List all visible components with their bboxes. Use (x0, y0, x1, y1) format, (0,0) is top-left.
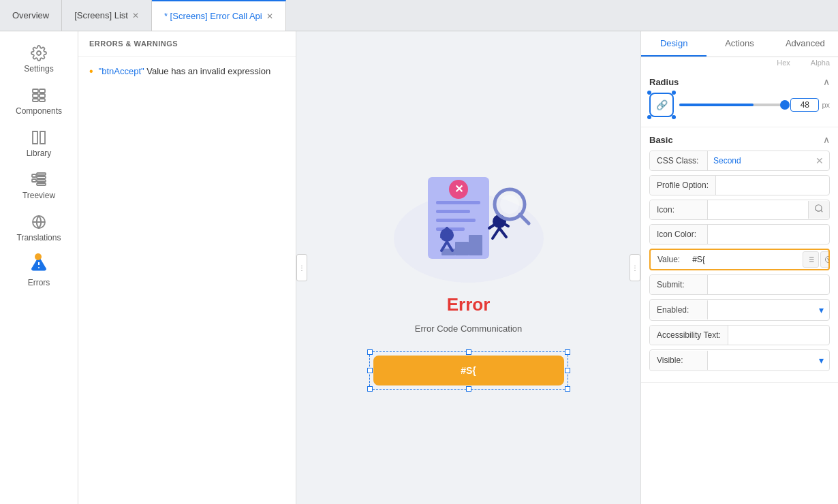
radius-box: 🔗 (649, 93, 674, 117)
tab-screens-list[interactable]: [Screens] List ✕ (62, 0, 152, 31)
value-label: Value: (651, 250, 687, 269)
radius-section-header: Radius ∧ (649, 76, 830, 87)
sidebar-treeview-label: Treeview (22, 191, 55, 200)
right-panel-tabs: Design Actions Advanced (641, 31, 838, 57)
gear-icon (31, 45, 47, 61)
handle-top-right[interactable] (565, 349, 570, 355)
value-input[interactable] (687, 250, 800, 269)
accept-button[interactable]: #S{ (373, 356, 564, 385)
svg-rect-12 (32, 179, 36, 182)
tab-actions[interactable]: Actions (707, 31, 772, 57)
tab-screens-list-close[interactable]: ✕ (132, 11, 139, 20)
radius-box-container: 🔗 (649, 93, 674, 117)
hex-alpha-row: Hex Alpha (641, 57, 838, 69)
basic-collapse-btn[interactable]: ∧ (823, 134, 830, 145)
errors-list: • "btnAccept" Value has an invalid expre… (78, 57, 296, 86)
radius-unit: px (822, 101, 830, 109)
visible-label: Visible: (650, 351, 708, 370)
svg-point-39 (500, 195, 519, 214)
icon-row: Icon: (649, 200, 830, 220)
handle-middle-right[interactable] (565, 368, 570, 373)
tab-screens-error[interactable]: * [Screens] Error Call Api ✕ (152, 0, 286, 31)
submit-value (708, 280, 829, 289)
left-collapse-handle[interactable]: ⋮ (296, 254, 307, 281)
radius-input[interactable] (790, 98, 819, 112)
tab-advanced[interactable]: Advanced (773, 31, 838, 57)
radius-slider[interactable] (679, 104, 785, 106)
button-selected-container[interactable]: #S{ (373, 356, 564, 385)
tab-overview-label: Overview (12, 10, 49, 20)
panel-scroll[interactable]: Hex Alpha Radius ∧ 🔗 (641, 57, 838, 504)
error-title: Error (447, 294, 491, 315)
radius-input-group: px (790, 98, 830, 112)
svg-rect-10 (37, 180, 46, 182)
accessibility-label: Accessibility Text: (650, 326, 728, 345)
link-icon[interactable]: 🔗 (656, 99, 668, 110)
svg-rect-11 (37, 183, 46, 185)
main-area: Settings Components Library Treeview (0, 31, 838, 504)
sidebar-item-components[interactable]: Components (0, 80, 78, 123)
handle-top-middle[interactable] (466, 349, 471, 355)
css-class-clear[interactable]: ✕ (810, 153, 829, 169)
accessibility-row: Accessibility Text: (649, 325, 830, 345)
value-row: Value: (649, 249, 830, 270)
sidebar-settings-label: Settings (24, 64, 53, 74)
visible-dropdown-arrow[interactable]: ▾ (813, 350, 829, 371)
value-expression-btn[interactable] (820, 251, 830, 268)
radius-title: Radius (649, 77, 679, 87)
svg-point-15 (38, 267, 40, 268)
handle-top-left[interactable] (367, 349, 373, 355)
tab-design[interactable]: Design (641, 31, 707, 57)
css-class-label: CSS Class: (650, 151, 708, 170)
handle-bottom-middle[interactable] (466, 386, 471, 392)
sidebar-item-errors[interactable]: Errors (0, 249, 78, 294)
error-item: • "btnAccept" Value has an invalid expre… (89, 65, 285, 78)
search-icon (814, 204, 824, 213)
corner-dot-br (672, 115, 676, 119)
submit-row: Submit: (649, 274, 830, 295)
radius-visual: 🔗 px (649, 93, 830, 117)
globe-icon (31, 214, 47, 230)
icon-search-btn[interactable] (808, 201, 829, 219)
basic-section: Basic ∧ CSS Class: Second ✕ Profile Opti… (641, 127, 838, 383)
components-icon (31, 87, 47, 104)
css-class-value: Second (708, 151, 810, 170)
canvas-area[interactable]: ⋮ ✕ (296, 31, 640, 504)
svg-rect-1 (33, 89, 38, 93)
visible-value (708, 356, 813, 365)
error-subtitle: Error Code Communication (415, 324, 523, 334)
value-icons (800, 250, 830, 269)
handle-bottom-right[interactable] (565, 386, 570, 392)
sidebar-item-settings[interactable]: Settings (0, 38, 78, 80)
handle-bottom-left[interactable] (367, 386, 373, 392)
right-collapse-handle[interactable]: ⋮ (630, 254, 640, 281)
svg-rect-3 (33, 94, 38, 97)
visible-row[interactable]: Visible: ▾ (649, 349, 830, 371)
tab-overview[interactable]: Overview (0, 0, 62, 31)
tab-bar: Overview [Screens] List ✕ * [Screens] Er… (0, 0, 838, 31)
enabled-dropdown-arrow[interactable]: ▾ (813, 300, 829, 320)
radius-section: Radius ∧ 🔗 (641, 69, 838, 127)
value-list-btn[interactable] (803, 251, 819, 268)
svg-rect-6 (40, 99, 45, 101)
enabled-label: Enabled: (650, 300, 708, 319)
icon-color-value (708, 230, 829, 239)
enabled-row[interactable]: Enabled: ▾ (649, 299, 830, 321)
handle-middle-left[interactable] (367, 368, 373, 373)
sidebar-item-translations[interactable]: Translations (0, 207, 78, 249)
svg-rect-7 (32, 174, 36, 177)
sidebar-components-label: Components (16, 106, 62, 116)
list-icon (807, 255, 815, 264)
radius-slider-thumb[interactable] (780, 100, 790, 110)
sidebar: Settings Components Library Treeview (0, 31, 78, 504)
alpha-label: Alpha (811, 59, 830, 67)
error-message: Value has an invalid expression (146, 66, 270, 76)
svg-rect-4 (40, 94, 45, 97)
sidebar-item-library[interactable]: Library (0, 123, 78, 165)
sidebar-item-treeview[interactable]: Treeview (0, 165, 78, 207)
tab-screens-error-close[interactable]: ✕ (266, 12, 273, 21)
corner-dot-bl (647, 115, 651, 119)
tab-screens-list-label: [Screens] List (74, 10, 128, 20)
tab-screens-error-label: * [Screens] Error Call Api (164, 11, 262, 21)
radius-collapse-btn[interactable]: ∧ (823, 76, 830, 87)
